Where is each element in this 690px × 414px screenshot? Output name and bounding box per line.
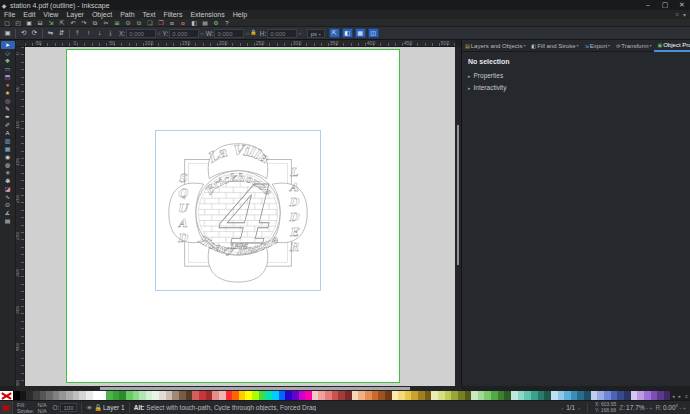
flip-vertical-icon[interactable]: ⇵ <box>57 29 66 38</box>
import-icon[interactable]: ⇲ <box>47 19 55 27</box>
color-swatch[interactable] <box>159 391 166 400</box>
color-swatch[interactable] <box>232 391 239 400</box>
color-swatch[interactable] <box>465 391 472 400</box>
h-field-value[interactable]: 0.000 <box>267 29 297 38</box>
color-swatch[interactable] <box>491 391 498 400</box>
color-swatch[interactable] <box>265 391 272 400</box>
export-icon[interactable]: ⇱ <box>58 19 66 27</box>
color-swatch[interactable] <box>93 391 100 400</box>
color-swatch[interactable] <box>146 391 153 400</box>
rotate-cw-icon[interactable]: ⟳ <box>30 29 39 38</box>
tab-export[interactable]: ⇲Export▾ <box>582 40 614 52</box>
page-next-icon[interactable]: › <box>578 405 580 411</box>
zoom-tool-icon[interactable]: ⊙ <box>1 201 15 209</box>
fill-stroke-indicator[interactable]: Fill: N/A Stroke: N/A <box>13 402 51 414</box>
eraser-tool-icon[interactable]: ◪ <box>1 185 15 193</box>
color-swatch[interactable] <box>604 391 611 400</box>
color-swatch[interactable] <box>252 391 259 400</box>
menu-help[interactable]: Help <box>229 10 251 19</box>
color-swatch[interactable] <box>133 391 140 400</box>
color-swatch[interactable] <box>338 391 345 400</box>
color-swatch[interactable] <box>398 391 405 400</box>
copy-icon[interactable]: ⧉ <box>91 19 99 27</box>
color-swatch[interactable] <box>66 391 73 400</box>
color-swatch[interactable] <box>484 391 491 400</box>
emblem-drawing[interactable]: 4 1876 La Villa Brickhouse Heavy Rescue … <box>156 131 320 290</box>
rotate-ccw-icon[interactable]: ⟲ <box>19 29 28 38</box>
color-swatch[interactable] <box>73 391 80 400</box>
pages-tool-icon[interactable]: ▤ <box>1 217 15 225</box>
color-swatch[interactable] <box>186 391 193 400</box>
color-swatch[interactable] <box>471 391 478 400</box>
color-swatch[interactable] <box>571 391 578 400</box>
snap-toggle-icon[interactable]: ⌗ <box>676 11 679 18</box>
color-swatch[interactable] <box>239 391 246 400</box>
color-swatch[interactable] <box>245 391 252 400</box>
tweak-tool-icon[interactable]: ✳ <box>1 169 15 177</box>
measure-tool-icon[interactable]: ∡ <box>1 209 15 217</box>
zoom-minus-icon[interactable]: − <box>646 405 649 411</box>
x-field-value[interactable]: 0.000 <box>126 29 156 38</box>
move-gradients-toggle[interactable]: ▦ <box>355 28 366 38</box>
color-swatch[interactable] <box>584 391 591 400</box>
palette-menu-icon[interactable]: ≡ <box>685 393 688 399</box>
shape-builder-tool-icon[interactable]: ❖ <box>1 57 15 65</box>
spinner-icon[interactable]: ‹› <box>298 30 301 36</box>
y-field-value[interactable]: 0.000 <box>169 29 199 38</box>
pen-tool-icon[interactable]: ✒ <box>1 113 15 121</box>
pencil-tool-icon[interactable]: ✎ <box>1 105 15 113</box>
ellipse-tool-icon[interactable]: ● <box>1 81 15 89</box>
color-swatch[interactable] <box>33 391 40 400</box>
color-swatch[interactable] <box>358 391 365 400</box>
color-swatch[interactable] <box>106 391 113 400</box>
color-swatch[interactable] <box>20 391 27 400</box>
y-field[interactable]: Y:0.000‹› <box>163 29 204 38</box>
color-swatch[interactable] <box>219 391 226 400</box>
color-swatch[interactable] <box>259 391 266 400</box>
color-swatch[interactable] <box>438 391 445 400</box>
layer-lock-icon[interactable]: 🔓 <box>95 404 103 411</box>
color-swatch[interactable] <box>392 391 399 400</box>
color-swatch[interactable] <box>498 391 505 400</box>
color-swatch[interactable] <box>451 391 458 400</box>
color-swatch[interactable] <box>611 391 618 400</box>
unit-selector[interactable]: px ▾ <box>307 29 325 38</box>
color-swatch[interactable] <box>597 391 604 400</box>
color-swatch[interactable] <box>318 391 325 400</box>
color-swatch[interactable] <box>86 391 93 400</box>
color-swatch[interactable] <box>544 391 551 400</box>
color-swatch[interactable] <box>99 391 106 400</box>
rotation-minus-icon[interactable]: − <box>679 405 682 411</box>
spiral-tool-icon[interactable]: ◎ <box>1 97 15 105</box>
spray-tool-icon[interactable]: ✽ <box>1 177 15 185</box>
color-swatch[interactable] <box>577 391 584 400</box>
scale-stroke-toggle[interactable]: ⇱ <box>329 28 340 38</box>
color-swatch[interactable] <box>378 391 385 400</box>
color-swatch[interactable] <box>166 391 173 400</box>
color-swatch[interactable] <box>46 391 53 400</box>
color-swatch[interactable] <box>564 391 571 400</box>
canvas[interactable]: 4 1876 La Villa Brickhouse Heavy Rescue … <box>25 47 455 386</box>
zoom-control[interactable]: Z: 17.7% − + <box>619 404 652 411</box>
color-swatch[interactable] <box>26 391 33 400</box>
color-swatch[interactable] <box>53 391 60 400</box>
color-swatch[interactable] <box>226 391 233 400</box>
color-swatch[interactable] <box>518 391 525 400</box>
color-swatch[interactable] <box>538 391 545 400</box>
raise-icon[interactable]: ↑ <box>84 29 93 38</box>
vertical-ruler[interactable]: 050100150200250300350400450 <box>16 47 25 386</box>
color-swatch[interactable] <box>139 391 146 400</box>
rotation-plus-icon[interactable]: + <box>683 405 686 411</box>
w-field[interactable]: W:0.000‹› <box>206 29 249 38</box>
opacity-value[interactable]: 100 <box>60 403 76 412</box>
lower-to-bottom-icon[interactable]: ⤓ <box>106 29 115 38</box>
print-icon[interactable]: ⊟ <box>36 19 44 27</box>
h-field[interactable]: H:0.000‹› <box>260 29 302 38</box>
dropper-tool-icon[interactable]: ◉ <box>1 153 15 161</box>
color-swatch[interactable] <box>79 391 86 400</box>
paint-bucket-tool-icon[interactable]: ◍ <box>1 161 15 169</box>
x-field[interactable]: X:0.000‹› <box>119 29 161 38</box>
tab-object-properties[interactable]: ▣Object Properties▾ <box>654 40 690 52</box>
color-swatch[interactable] <box>405 391 412 400</box>
color-swatch[interactable] <box>431 391 438 400</box>
